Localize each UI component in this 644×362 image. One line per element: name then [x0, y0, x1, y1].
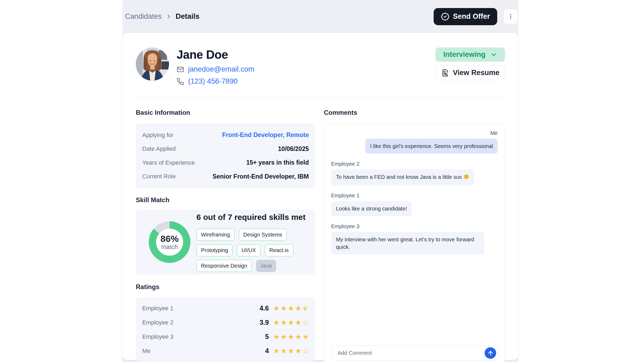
profile-actions: Interviewing View Resume — [436, 47, 505, 86]
left-column: Basic Information Applying for Front-End… — [136, 109, 315, 362]
breadcrumb-details: Details — [176, 12, 200, 21]
basic-info-title: Basic Information — [136, 109, 315, 116]
arrow-up-icon — [487, 350, 494, 356]
star-rating: ★★★★☆ — [273, 319, 309, 326]
content-columns: Basic Information Applying for Front-End… — [136, 109, 505, 362]
star-full-icon: ★ — [302, 333, 309, 340]
info-label: Applying for — [142, 132, 173, 139]
profile-header: Jane Doe janedoe@email.com (123) 456-789… — [136, 33, 505, 86]
topbar-actions: Send Offer — [434, 8, 518, 25]
star-full-icon: ★ — [273, 305, 280, 312]
basic-info-card: Applying for Front-End Developer, Remote… — [136, 123, 315, 188]
comment-author: Employee 1 — [331, 193, 498, 199]
rater-name: Me — [142, 348, 151, 354]
candidate-email-link[interactable]: janedoe@email.com — [188, 65, 254, 73]
rater-name: Employee 2 — [142, 319, 173, 326]
rating-row-me: Me 4★★★★☆ — [142, 347, 309, 355]
status-dropdown[interactable]: Interviewing — [436, 47, 505, 62]
skill-chip: UI/UX — [237, 244, 260, 256]
rating-row-employee-1: Employee 1 4.6★★★★☆★ — [142, 304, 309, 312]
comment-author: Employee 3 — [331, 223, 498, 230]
skill-chip: Java — [256, 260, 276, 272]
comments-card: Me I like this girl’s experience. Seems … — [324, 123, 505, 362]
applying-for-link[interactable]: Front-End Developer, Remote — [222, 131, 309, 139]
send-offer-button[interactable]: Send Offer — [434, 8, 497, 25]
star-full-icon: ★ — [280, 305, 287, 312]
comment-author: Employee 2 — [331, 161, 498, 167]
more-options-button[interactable] — [503, 9, 518, 24]
ratings-title: Ratings — [136, 283, 315, 291]
star-full-icon: ★ — [288, 347, 294, 354]
comments-scroll-area[interactable]: Me I like this girl’s experience. Seems … — [331, 130, 498, 337]
view-resume-button[interactable]: View Resume — [436, 65, 505, 80]
ratings-section: Ratings Employee 1 4.6★★★★☆★ Employee 2 … — [136, 283, 315, 362]
send-offer-label: Send Offer — [453, 12, 490, 21]
comment-bubble-me: I like this girl’s experience. Seems ver… — [365, 139, 498, 154]
candidate-avatar — [136, 47, 169, 81]
view-resume-label: View Resume — [453, 69, 500, 77]
skill-chip: Responsive Design — [196, 260, 252, 272]
skill-summary: 6 out of 7 required skills met — [196, 213, 314, 222]
send-comment-button[interactable] — [485, 347, 496, 359]
star-full-icon: ★ — [288, 333, 294, 340]
rating-score: 3.9 — [259, 319, 269, 326]
info-value: 10/06/2025 — [278, 145, 309, 153]
star-empty-icon: ☆ — [302, 319, 309, 326]
badge-check-icon — [441, 12, 449, 21]
info-row-applying-for: Applying for Front-End Developer, Remote — [142, 131, 309, 139]
skill-chip: Wireframing — [196, 229, 235, 241]
star-full-icon: ★ — [280, 333, 287, 340]
rating-score: 4 — [265, 347, 269, 355]
skill-match-title: Skill Match — [136, 196, 315, 204]
star-half-icon: ☆★ — [302, 305, 309, 312]
skill-chip: Design Systems — [239, 229, 287, 241]
envelope-icon — [177, 66, 184, 73]
phone-icon — [177, 78, 184, 85]
star-full-icon: ★ — [295, 319, 302, 326]
info-value: Senior Front-End Developer, IBM — [213, 173, 309, 180]
profile-info: Jane Doe janedoe@email.com (123) 456-789… — [177, 47, 254, 86]
skill-match-section: Skill Match 86% match — [136, 196, 315, 275]
skill-match-card: 86% match 6 out of 7 required skills met… — [136, 210, 315, 275]
info-row-date-applied: Date Applied 10/06/2025 — [142, 145, 309, 153]
candidate-details-card: Jane Doe janedoe@email.com (123) 456-789… — [122, 33, 518, 360]
star-rating: ★★★★★ — [273, 333, 309, 340]
comments-title: Comments — [324, 109, 505, 116]
rater-name: Employee 1 — [142, 305, 173, 312]
add-comment-bar — [332, 345, 499, 361]
info-row-current-role: Current Role Senior Front-End Developer,… — [142, 173, 309, 180]
star-full-icon: ★ — [273, 319, 280, 326]
star-full-icon: ★ — [288, 305, 294, 312]
candidate-name: Jane Doe — [177, 48, 254, 61]
rating-row-employee-2: Employee 2 3.9★★★★☆ — [142, 319, 309, 326]
rating-score: 4.6 — [259, 304, 269, 312]
star-rating: ★★★★☆★ — [273, 305, 309, 312]
info-label: Years of Experience — [142, 159, 195, 166]
breadcrumb-candidates[interactable]: Candidates — [125, 12, 162, 21]
skill-chips: WireframingDesign SystemsPrototypingUI/U… — [196, 229, 314, 272]
section-divider — [136, 97, 505, 98]
info-label: Current Role — [142, 173, 176, 180]
phone-row: (123) 456-7890 — [177, 77, 254, 86]
email-row: janedoe@email.com — [177, 65, 254, 73]
breadcrumb: Candidates Details — [125, 12, 199, 21]
comment-author: Me — [331, 130, 498, 136]
thinking-face-emoji-icon — [463, 174, 469, 182]
star-full-icon: ★ — [295, 333, 302, 340]
comment-bubble: My interview with her went great. Let’s … — [331, 232, 484, 254]
star-rating: ★★★★☆ — [273, 347, 309, 354]
right-column: Comments Me I like this girl’s experienc… — [324, 109, 505, 362]
star-full-icon: ★ — [295, 347, 302, 354]
add-comment-input[interactable] — [332, 350, 485, 356]
comment-bubble: To have been a FED and not know Java is … — [331, 169, 474, 185]
status-label: Interviewing — [443, 50, 486, 59]
star-full-icon: ★ — [273, 333, 280, 340]
skill-match-donut: 86% match — [149, 221, 191, 263]
info-label: Date Applied — [142, 145, 176, 152]
ratings-card: Employee 1 4.6★★★★☆★ Employee 2 3.9★★★★☆… — [136, 297, 315, 362]
top-bar: Candidates Details Send Offer — [122, 0, 518, 33]
candidate-phone-link[interactable]: (123) 456-7890 — [188, 77, 238, 86]
match-percent: 86% — [160, 234, 179, 244]
file-search-icon — [441, 69, 449, 77]
comment-text: To have been a FED and not know Java is … — [336, 174, 462, 180]
